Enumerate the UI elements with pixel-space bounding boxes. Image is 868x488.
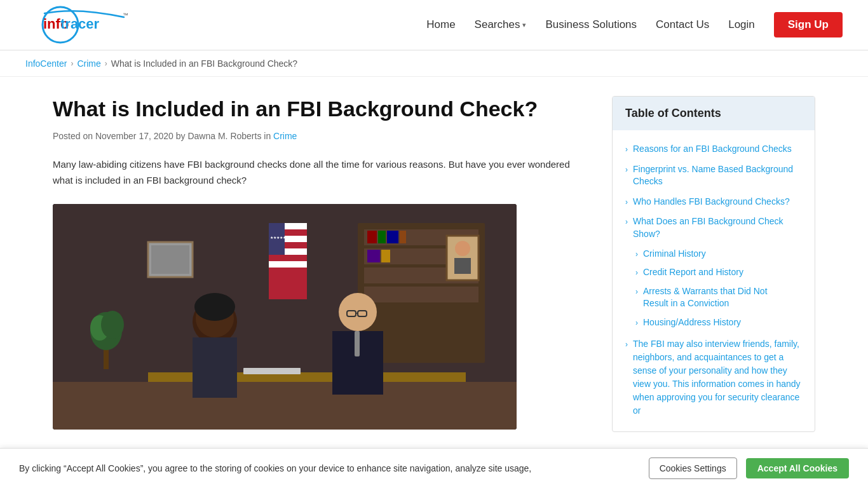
main-nav: info tracer ™ Home Searches ▾ Business S… <box>0 0 868 51</box>
breadcrumb-sep-2: › <box>105 59 107 68</box>
svg-rect-26 <box>269 261 307 268</box>
breadcrumb-infocenter[interactable]: InfoCenter <box>25 58 67 69</box>
toc-chevron-icon: › <box>625 165 628 175</box>
toc-list: › Reasons for an FBI Background Checks ›… <box>613 130 815 431</box>
cookie-banner: By clicking “Accept All Cookies”, you ag… <box>0 448 868 451</box>
toc-item-who-handles[interactable]: › Who Handles FBI Background Checks? <box>613 192 815 212</box>
logo-svg: info tracer ™ <box>25 6 137 44</box>
article-intro: Many law-abiding citizens have FBI backg… <box>53 156 587 189</box>
svg-point-45 <box>101 311 124 339</box>
toc-item-what-shows[interactable]: › What Does an FBI Background Check Show… <box>613 212 815 244</box>
svg-text:★★★★★: ★★★★★ <box>270 236 286 240</box>
svg-rect-29 <box>53 382 517 430</box>
toc-sub-arrests-warrants[interactable]: › Arrests & Warrants that Did Not Result… <box>613 282 815 313</box>
login-link[interactable]: Login <box>728 18 755 31</box>
article-category-link[interactable]: Crime <box>273 131 297 141</box>
toc-item-reasons[interactable]: › Reasons for an FBI Background Checks <box>613 139 815 159</box>
toc-sub-credit-report[interactable]: › Credit Report and History <box>613 263 815 282</box>
svg-rect-41 <box>243 368 301 374</box>
sidebar: Table of Contents › Reasons for an FBI B… <box>612 96 815 432</box>
toc-long-text[interactable]: › The FBI may also interview friends, fa… <box>613 332 815 423</box>
svg-rect-16 <box>381 250 390 262</box>
toc-chevron-icon: › <box>635 249 638 260</box>
searches-link[interactable]: Searches ▾ <box>475 18 527 31</box>
contact-us-link[interactable]: Contact Us <box>656 18 709 31</box>
toc-header: Table of Contents <box>613 97 815 130</box>
svg-rect-21 <box>151 245 189 274</box>
home-link[interactable]: Home <box>426 18 455 31</box>
nav-links: Home Searches ▾ Business Solutions Conta… <box>426 12 843 37</box>
svg-rect-13 <box>387 231 398 243</box>
article-meta: Posted on November 17, 2020 by Dawna M. … <box>53 131 587 141</box>
svg-text:tracer: tracer <box>60 16 100 32</box>
svg-rect-11 <box>367 231 377 243</box>
toc-chevron-icon: › <box>625 217 628 227</box>
breadcrumb-crime[interactable]: Crime <box>77 58 100 69</box>
toc-sub-criminal-history[interactable]: › Criminal History <box>613 245 815 264</box>
svg-rect-32 <box>193 337 237 398</box>
toc-sub-housing[interactable]: › Housing/Address History <box>613 313 815 332</box>
toc-box: Table of Contents › Reasons for an FBI B… <box>612 96 815 432</box>
svg-point-34 <box>194 293 235 321</box>
breadcrumb-current: What is Included in an FBI Background Ch… <box>111 58 297 69</box>
svg-rect-10 <box>364 287 478 302</box>
svg-rect-40 <box>355 331 360 356</box>
svg-rect-15 <box>367 250 380 262</box>
toc-chevron-icon: › <box>625 197 628 208</box>
article-content: What is Included in an FBI Background Ch… <box>53 96 587 432</box>
breadcrumb-sep-1: › <box>71 59 73 68</box>
svg-point-18 <box>455 241 470 256</box>
svg-rect-19 <box>454 258 471 274</box>
searches-dropdown-icon: ▾ <box>522 21 526 29</box>
svg-rect-12 <box>378 231 386 243</box>
logo[interactable]: info tracer ™ <box>25 6 137 44</box>
toc-chevron-icon: › <box>635 268 638 278</box>
article-hero-image: ★★★★★ <box>53 204 517 430</box>
signup-button[interactable]: Sign Up <box>774 12 843 37</box>
toc-chevron-icon: › <box>625 339 628 350</box>
toc-chevron-icon: › <box>635 318 638 329</box>
svg-rect-14 <box>400 231 406 243</box>
main-container: What is Included in an FBI Background Ch… <box>27 77 841 451</box>
business-solutions-link[interactable]: Business Solutions <box>545 18 637 31</box>
article-title: What is Included in an FBI Background Ch… <box>53 96 587 122</box>
toc-chevron-icon: › <box>625 144 628 155</box>
toc-item-fingerprint[interactable]: › Fingerprint vs. Name Based Background … <box>613 159 815 192</box>
breadcrumb: InfoCenter › Crime › What is Included in… <box>0 51 868 77</box>
toc-chevron-icon: › <box>635 287 638 297</box>
